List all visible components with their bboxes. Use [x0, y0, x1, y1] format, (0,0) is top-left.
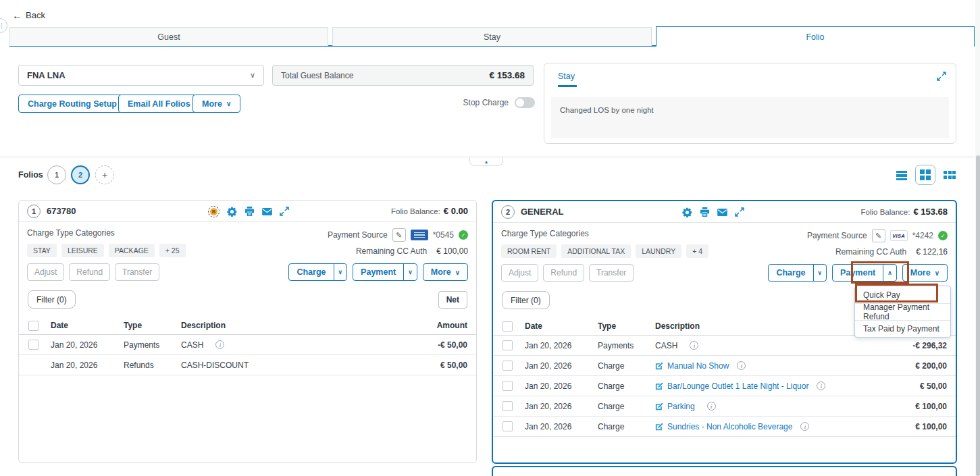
email-all-folios-button[interactable]: Email All Folios	[118, 95, 200, 113]
guest-more-button[interactable]: More ∨	[192, 95, 240, 113]
stop-charge-toggle[interactable]	[515, 97, 535, 108]
row-amount: € 50,00	[395, 361, 476, 370]
list-view-icon[interactable]	[896, 169, 907, 181]
chevron-down-icon: ∨	[818, 269, 823, 276]
select-all-checkbox[interactable]	[502, 321, 513, 332]
net-button[interactable]: Net	[438, 291, 467, 309]
row-date: Jan 20, 2026	[525, 402, 598, 411]
grid-3-view-icon[interactable]	[944, 171, 956, 179]
menu-item-quick-pay[interactable]: Quick Pay	[855, 286, 950, 303]
filter-button[interactable]: Filter (0)	[28, 290, 76, 309]
stay-notes-tab[interactable]: Stay	[558, 72, 577, 87]
select-all-checkbox[interactable]	[28, 321, 38, 331]
edit-charge-icon[interactable]	[655, 423, 663, 431]
category-chips: ROOM RENT ADDITIONAL TAX LAUNDRY + 4	[501, 244, 708, 258]
payment-split-button-open: Payment ∧	[832, 264, 897, 282]
filter-button[interactable]: Filter (0)	[502, 291, 550, 309]
menu-item-manager-payment-refund[interactable]: Manager Payment Refund	[855, 303, 950, 320]
expand-icon[interactable]	[280, 207, 289, 216]
amex-card-icon	[411, 230, 428, 240]
email-icon[interactable]	[717, 209, 727, 216]
row-description[interactable]: Sundries - Non Alcoholic Beverage	[667, 422, 792, 431]
adjust-button[interactable]: Adjust	[27, 263, 64, 281]
scrollbar-thumb[interactable]	[976, 155, 980, 476]
gear-icon[interactable]	[682, 207, 692, 217]
more-button[interactable]: More ∨	[902, 264, 948, 282]
charge-button[interactable]: Charge	[769, 265, 813, 281]
table-row: Jan 20, 2026 Refunds CASH-DISCOUNT € 50,…	[19, 355, 476, 375]
payment-caret-button[interactable]: ∨	[403, 264, 417, 280]
table-row: Jan 20, 2026 Payments CASHi -€ 50,00	[19, 335, 476, 355]
payment-button[interactable]: Payment	[353, 264, 403, 280]
row-description: CASH	[655, 341, 677, 350]
payment-caret-button[interactable]: ∧	[883, 265, 896, 281]
adjust-button[interactable]: Adjust	[501, 264, 538, 282]
row-description[interactable]: Parking	[667, 402, 695, 411]
row-checkbox[interactable]	[502, 421, 513, 431]
stop-charge-label: Stop Charge	[463, 98, 509, 107]
expand-icon[interactable]	[937, 72, 946, 81]
row-description[interactable]: Manual No Show	[667, 361, 729, 371]
more-button[interactable]: More ∨	[423, 263, 468, 281]
side-panel-toggle[interactable]: ⋮	[0, 18, 7, 33]
info-icon[interactable]: i	[690, 341, 698, 350]
charge-routing-setup-button[interactable]: Charge Routing Setup	[18, 95, 126, 113]
remaining-cc-auth-label: Remaining CC Auth	[835, 247, 906, 257]
row-checkbox[interactable]	[502, 381, 513, 391]
edit-charge-icon[interactable]	[655, 362, 663, 370]
grid-2-view-icon[interactable]	[915, 165, 935, 185]
row-checkbox[interactable]	[502, 340, 513, 350]
info-icon[interactable]: i	[215, 340, 224, 349]
view-toggles	[896, 165, 956, 185]
chevron-down-icon: ∨	[455, 269, 460, 276]
row-checkbox[interactable]	[502, 361, 513, 371]
chevron-down-icon: ∨	[226, 100, 231, 107]
charge-caret-button[interactable]: ∨	[334, 264, 347, 280]
refund-button[interactable]: Refund	[543, 264, 584, 282]
printer-icon[interactable]	[700, 207, 710, 217]
payment-button[interactable]: Payment	[833, 265, 883, 281]
back-button[interactable]: ← Back	[12, 9, 45, 21]
charge-type-categories-label: Charge Type Categories	[501, 229, 708, 238]
category-chip-more[interactable]: + 25	[159, 244, 186, 257]
info-icon[interactable]: i	[800, 422, 809, 431]
expand-icon[interactable]	[735, 207, 744, 217]
add-folio-button[interactable]: +	[95, 165, 114, 184]
email-icon[interactable]	[262, 208, 272, 215]
info-icon[interactable]: i	[707, 402, 716, 411]
folio-1-actions: Adjust Refund Transfer Charge ∨ Payment …	[19, 263, 476, 281]
remaining-cc-auth-label: Remaining CC Auth	[356, 246, 427, 256]
tab-folio[interactable]: Folio	[656, 26, 975, 47]
row-description[interactable]: Bar/Lounge Outlet 1 Late Night - Liquor	[667, 381, 808, 391]
row-amount: € 50,00	[875, 381, 956, 391]
charge-caret-button[interactable]: ∨	[813, 265, 827, 281]
table-row: Jan 20, 2026 Charge Bar/Lounge Outlet 1 …	[493, 376, 956, 396]
info-icon[interactable]: i	[817, 381, 825, 390]
gear-icon[interactable]	[227, 207, 237, 217]
transfer-button[interactable]: Transfer	[589, 264, 634, 282]
charge-button[interactable]: Charge	[289, 264, 333, 280]
info-icon[interactable]: i	[737, 361, 746, 370]
row-checkbox[interactable]	[502, 401, 513, 411]
menu-item-tax-paid-by-payment[interactable]: Tax Paid by Payment	[855, 320, 950, 337]
row-amount: € 200,00	[875, 361, 956, 371]
printer-icon[interactable]	[244, 207, 255, 216]
guest-more-label: More	[202, 99, 222, 109]
collapse-header-button[interactable]: ▲	[469, 157, 503, 166]
refund-button[interactable]: Refund	[69, 263, 110, 281]
tab-guest[interactable]: Guest	[9, 27, 328, 46]
category-chip: LEISURE	[61, 244, 104, 257]
edit-payment-source-button[interactable]: ✎	[392, 228, 406, 242]
edit-payment-source-button[interactable]: ✎	[872, 229, 885, 242]
charge-split-button: Charge ∨	[288, 263, 347, 281]
edit-charge-icon[interactable]	[655, 402, 663, 411]
folio-pill-2[interactable]: 2	[71, 165, 90, 184]
guest-selector[interactable]: FNA LNA ∨	[18, 65, 264, 86]
transfer-button[interactable]: Transfer	[115, 263, 159, 281]
col-type: Type	[598, 321, 655, 331]
category-chip-more[interactable]: + 4	[686, 244, 708, 258]
row-checkbox[interactable]	[28, 340, 38, 350]
tab-stay[interactable]: Stay	[332, 27, 652, 46]
edit-charge-icon[interactable]	[655, 382, 663, 390]
folio-pill-1[interactable]: 1	[47, 165, 66, 184]
